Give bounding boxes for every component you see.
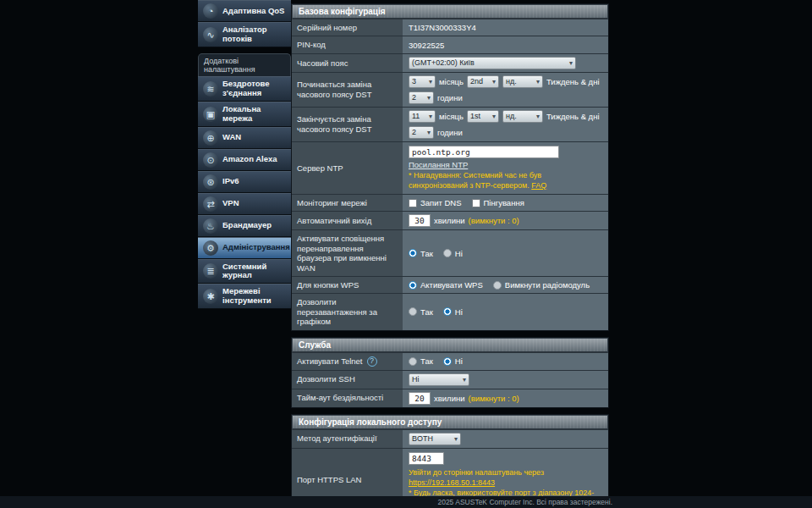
wps-button-label: Для кнопки WPS: [292, 277, 403, 293]
dst-start-hour-value: 2: [412, 93, 416, 102]
wps-enable-label: Активувати WPS: [420, 280, 483, 290]
vpn-icon: ⇄: [203, 196, 218, 212]
chevron-down-icon: ▾: [429, 113, 432, 120]
reboot-no-radio[interactable]: [443, 307, 452, 316]
administration-icon: ⚙: [203, 240, 218, 256]
telnet-row: Активувати Telnet ? Так Ні: [292, 353, 608, 371]
ping-label: Пінгування: [484, 198, 524, 207]
timezone-label: Часовий пояс: [292, 54, 403, 72]
ping-checkbox[interactable]: [472, 199, 480, 207]
notify-no-radio[interactable]: [443, 249, 452, 257]
telnet-label-text: Активувати Telnet: [297, 356, 363, 366]
sidebar-item-label: Адміністрування: [222, 243, 290, 252]
sidebar-item-label: Адаптивна QoS: [222, 7, 284, 16]
chevron-down-icon: ▾: [492, 113, 496, 120]
ssh-label: Дозволити SSH: [292, 371, 403, 389]
sidebar-item-vpn[interactable]: ⇄ VPN: [198, 193, 291, 215]
firewall-icon: ♨: [203, 218, 218, 234]
wan-icon: ⊕: [203, 130, 218, 146]
dst-end-hour-select[interactable]: 2 ▾: [409, 126, 434, 139]
auto-logout-label: Автоматичний вихід: [292, 212, 403, 229]
https-port-text: Увійти до сторінки налаштувань через htt…: [409, 467, 602, 488]
sidebar-item-network-tools[interactable]: ✱ Мережеві інструменти: [198, 284, 291, 309]
dst-end-month-select[interactable]: 11 ▾: [409, 110, 436, 123]
ntp-faq-link[interactable]: FAQ: [531, 181, 546, 190]
sidebar-item-label: Бездротове з'єднання: [222, 80, 288, 98]
pin-code-value: 30922525: [409, 41, 444, 50]
copyright-bar: 2025 ASUSTeK Computer Inc. Всі права зас…: [0, 496, 812, 508]
auto-logout-input[interactable]: [409, 214, 431, 227]
dst-start-row: Починається заміна часового поясу DST 3 …: [292, 73, 608, 108]
https-lan-link[interactable]: https://192.168.50.1:8443: [409, 478, 495, 487]
sidebar: ◔ Адаптивна QoS ∿ Аналізатор потоків Дод…: [198, 0, 291, 309]
dst-end-row: Закінчується заміна часового поясу DST 1…: [292, 108, 608, 142]
notify-yes-label: Так: [420, 249, 433, 258]
sidebar-item-label: Мережеві інструменти: [222, 287, 288, 306]
timezone-row: Часовий пояс (GMT+02:00) Київ ▾: [292, 54, 608, 73]
local-access-header: Конфігурація локального доступу: [292, 415, 608, 430]
idle-timeout-label: Тайм-аут бездіяльності: [292, 389, 403, 407]
sidebar-item-lan[interactable]: ▣ Локальна мережа: [198, 102, 291, 127]
dst-start-week-select[interactable]: 2nd ▾: [467, 75, 499, 88]
chevron-down-icon: ▾: [536, 78, 540, 86]
sidebar-item-wireless[interactable]: ≋ Бездротове з'єднання: [198, 76, 291, 102]
ssh-row: Дозволити SSH Ні ▾: [292, 371, 608, 389]
sidebar-item-firewall[interactable]: ♨ Брандмауер: [198, 215, 291, 237]
sidebar-item-ipv6[interactable]: ⊛ IPv6: [198, 171, 291, 193]
notify-yes-radio[interactable]: [409, 249, 417, 257]
disable-hint: (вимкнути : 0): [469, 394, 519, 403]
dst-week-text: Тиждень & дні: [546, 112, 600, 121]
dst-month-text: місяць: [439, 77, 464, 86]
service-header: Служба: [292, 338, 608, 353]
wps-disable-radio[interactable]: [493, 281, 502, 290]
pin-code-label: PIN-код: [292, 36, 403, 52]
dst-end-month-value: 11: [412, 112, 420, 120]
dst-start-week-value: 2nd: [470, 77, 483, 86]
dst-end-day-select[interactable]: нд. ▾: [502, 110, 543, 123]
sidebar-item-adaptive-qos[interactable]: ◔ Адаптивна QoS: [198, 0, 291, 22]
telnet-no-radio[interactable]: [443, 357, 452, 366]
sidebar-item-wan[interactable]: ⊕ WAN: [198, 127, 291, 149]
notify-no-label: Ні: [455, 249, 463, 258]
reboot-yes-radio[interactable]: [409, 307, 417, 316]
network-monitoring-label: Моніторинг мережі: [292, 195, 403, 211]
ntp-link[interactable]: Посилання NTP: [409, 160, 468, 169]
sidebar-item-system-log[interactable]: ≣ Системний журнал: [198, 259, 291, 284]
idle-timeout-input[interactable]: [409, 392, 431, 405]
traffic-analyzer-icon: ∿: [203, 27, 218, 42]
sidebar-item-label: IPv6: [222, 177, 239, 186]
network-tools-icon: ✱: [203, 289, 218, 304]
https-port-text-prefix: Увійти до сторінки налаштувань через: [409, 468, 544, 477]
timezone-select[interactable]: (GMT+02:00) Київ ▾: [409, 57, 576, 69]
ssh-select[interactable]: Ні ▾: [409, 373, 469, 386]
dst-start-day-select[interactable]: нд. ▾: [502, 75, 543, 88]
auth-method-label: Метод аутентифікації: [292, 430, 403, 448]
chevron-down-icon: ▾: [429, 78, 432, 86]
auth-method-select[interactable]: BOTH ▾: [409, 433, 461, 445]
dst-end-week-value: 1st: [470, 112, 480, 120]
ntp-server-input[interactable]: [409, 146, 559, 158]
dst-month-text: місяць: [439, 112, 464, 121]
wps-enable-radio[interactable]: [409, 281, 417, 290]
dns-query-checkbox[interactable]: [409, 199, 417, 207]
sidebar-item-traffic-analyzer[interactable]: ∿ Аналізатор потоків: [198, 22, 291, 47]
amazon-alexa-icon: ⊙: [203, 152, 218, 168]
sidebar-item-administration[interactable]: ⚙ Адміністрування: [198, 237, 291, 259]
dst-end-week-select[interactable]: 1st ▾: [467, 110, 499, 123]
minutes-text: хвилини: [434, 394, 465, 403]
help-icon[interactable]: ?: [367, 356, 377, 367]
sidebar-item-label: Amazon Alexa: [222, 155, 277, 164]
https-port-input[interactable]: [409, 452, 444, 465]
auto-logout-row: Автоматичний вихід хвилини (вимкнути : 0…: [292, 212, 608, 230]
dst-start-month-value: 3: [412, 77, 416, 86]
telnet-yes-radio[interactable]: [409, 357, 417, 366]
reboot-no-label: Ні: [455, 307, 463, 317]
ntp-server-label: Сервер NTP: [292, 142, 403, 194]
serial-number-value: T1I37N3000333Y4: [409, 23, 476, 32]
dst-start-hour-select[interactable]: 2 ▾: [409, 91, 434, 104]
scheduled-reboot-row: Дозволити перезавантаження за графіком Т…: [292, 294, 608, 329]
idle-timeout-row: Тайм-аут бездіяльності хвилини (вимкнути…: [292, 389, 608, 407]
auth-method-row: Метод аутентифікації BOTH ▾: [292, 430, 608, 449]
sidebar-item-alexa[interactable]: ⊙ Amazon Alexa: [198, 149, 291, 171]
dst-start-month-select[interactable]: 3 ▾: [409, 75, 436, 88]
